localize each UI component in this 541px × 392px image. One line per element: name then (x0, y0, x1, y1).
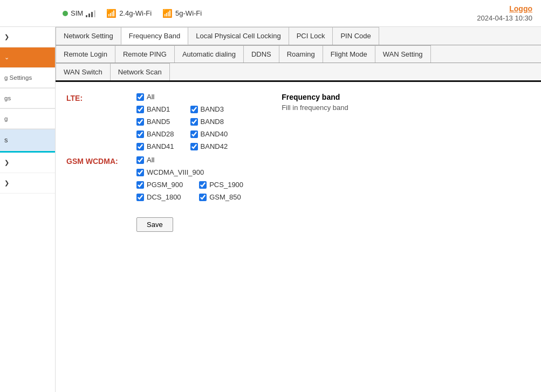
sim-label: SIM (71, 9, 83, 17)
datetime: 2024-04-13 10:30 (477, 14, 532, 22)
content-body: LTE: All BAND1 (56, 82, 541, 392)
gsm850-checkbox[interactable] (199, 194, 207, 201)
tab-wan-switch[interactable]: WAN Switch (56, 63, 111, 80)
chevron-down-icon: ⌄ (4, 54, 9, 61)
band1-checkbox[interactable] (136, 106, 144, 113)
band40-item: BAND40 (190, 130, 228, 138)
band8-checkbox[interactable] (190, 118, 198, 126)
tab-row-1: Network Setting Frequency Band Local Phy… (56, 27, 541, 45)
band3-checkbox[interactable] (190, 106, 198, 113)
wcdma-viii-checkbox[interactable] (136, 169, 144, 176)
bar4 (94, 10, 95, 17)
pgsm-label: PGSM_900 (147, 181, 183, 189)
gsm-row1: PGSM_900 PCS_1900 DCS_1800 GSM_850 (136, 181, 243, 201)
top-bar-right: Loggo 2024-04-13 10:30 (477, 4, 532, 22)
pcs-item: PCS_1900 (199, 181, 243, 189)
sidebar: ❯ ⌄ g Settings gs g s ❯ ❯ (0, 27, 56, 392)
band41-checkbox[interactable] (136, 143, 144, 150)
gsm-all-item: All (136, 156, 243, 164)
lte-band-grid: BAND1 BAND3 BAND5 (136, 105, 228, 150)
band42-item: BAND42 (190, 142, 228, 150)
tab-remote-ping[interactable]: Remote PING (115, 45, 175, 63)
band8-item: BAND8 (190, 118, 228, 126)
sidebar-label-gs: gs (4, 95, 11, 101)
sidebar-item-gs: gs (0, 88, 55, 108)
sidebar-item-active[interactable]: ⌄ (0, 47, 55, 68)
band42-checkbox[interactable] (190, 143, 198, 150)
band42-label: BAND42 (201, 142, 228, 150)
signal-bars (86, 10, 95, 17)
tab-row-3: WAN Switch Network Scan (56, 63, 541, 82)
wcdma-viii-item: WCDMA_VIII_900 (136, 168, 243, 176)
wifi24-label: 2.4g-Wi-Fi (119, 9, 152, 17)
tab-pin-code[interactable]: PIN Code (332, 27, 379, 45)
gsm-checkboxes: All WCDMA_VIII_900 PGSM_900 (136, 156, 243, 201)
band5-item: BAND5 (136, 118, 174, 126)
pcs-checkbox[interactable] (199, 181, 207, 189)
band28-item: BAND28 (136, 130, 174, 138)
gsm-label: GSM WCDMA: (66, 156, 126, 201)
bar2 (88, 13, 90, 17)
sidebar-label-g: g (4, 115, 8, 122)
band41-item: BAND41 (136, 142, 174, 150)
dcs-checkbox[interactable] (136, 194, 144, 201)
tab-frequency-band[interactable]: Frequency Band (121, 27, 188, 45)
save-button[interactable]: Save (136, 217, 173, 232)
gsm-all-checkbox[interactable] (136, 156, 144, 164)
tab-automatic-dialing[interactable]: Automatic dialing (174, 45, 244, 63)
pcs-label: PCS_1900 (209, 181, 243, 189)
frequency-info: Frequency band Fill in frequency band (282, 93, 348, 112)
wcdma-viii-label: WCDMA_VIII_900 (147, 168, 204, 176)
tab-pci-lock[interactable]: PCI Lock (289, 27, 333, 45)
band3-label: BAND3 (201, 105, 224, 113)
wifi5-icon: 📶 (162, 9, 173, 18)
bar3 (91, 12, 93, 17)
main-layout: ❯ ⌄ g Settings gs g s ❯ ❯ N (0, 27, 541, 392)
wifi5-label: 5g-Wi-Fi (175, 9, 202, 17)
band3-item: BAND3 (190, 105, 228, 113)
dcs-label: DCS_1800 (147, 193, 181, 201)
pgsm-checkbox[interactable] (136, 181, 144, 189)
gsm-all-label: All (147, 156, 154, 164)
band8-label: BAND8 (201, 118, 224, 126)
tab-local-physical[interactable]: Local Physical Cell Locking (188, 27, 289, 45)
lte-all-label: All (147, 93, 154, 101)
gsm850-label: GSM_850 (209, 193, 241, 201)
lte-checkboxes-wrapper: LTE: All BAND1 (66, 93, 228, 150)
band41-label: BAND41 (147, 142, 174, 150)
top-bar: SIM 📶 2.4g-Wi-Fi 📶 5g-Wi-Fi Loggo 2024-0… (0, 0, 541, 27)
wifi24-icon: 📶 (106, 9, 117, 18)
pgsm-item: PGSM_900 (136, 181, 183, 189)
save-area: Save (136, 212, 530, 232)
lte-label: LTE: (66, 93, 126, 150)
tab-flight-mode[interactable]: Flight Mode (323, 45, 375, 63)
gsm850-item: GSM_850 (199, 193, 243, 201)
chevron-right-icon-2: ❯ (4, 159, 9, 166)
sim-dot (63, 11, 68, 16)
tab-roaming[interactable]: Roaming (279, 45, 323, 63)
sidebar-item-g-settings: g Settings (0, 68, 55, 88)
band5-label: BAND5 (147, 118, 170, 126)
tab-remote-login[interactable]: Remote Login (56, 45, 115, 63)
sidebar-item-highlight[interactable]: s (0, 129, 55, 151)
band40-checkbox[interactable] (190, 130, 198, 138)
tab-network-setting[interactable]: Network Setting (56, 27, 121, 45)
lte-all-checkbox-item: All (136, 93, 228, 101)
sidebar-item-expand2[interactable]: ❯ (0, 153, 55, 173)
band28-checkbox[interactable] (136, 130, 144, 138)
dcs-item: DCS_1800 (136, 193, 183, 201)
lte-all-checkbox[interactable] (136, 93, 144, 101)
lte-checkboxes: All BAND1 BAND3 (136, 93, 228, 150)
wifi24-status: 📶 2.4g-Wi-Fi (106, 9, 152, 18)
sidebar-item-1[interactable]: ❯ (0, 27, 55, 47)
sidebar-label-s: s (4, 136, 8, 144)
tab-wan-setting[interactable]: WAN Setting (375, 45, 431, 63)
tab-network-scan[interactable]: Network Scan (110, 63, 170, 80)
status-indicators: SIM 📶 2.4g-Wi-Fi 📶 5g-Wi-Fi (63, 9, 202, 18)
tab-ddns[interactable]: DDNS (243, 45, 279, 63)
chevron-right-icon-3: ❯ (4, 180, 9, 187)
band5-checkbox[interactable] (136, 118, 144, 126)
chevron-right-icon: ❯ (4, 33, 9, 40)
logout-link[interactable]: Loggo (509, 4, 532, 13)
sidebar-item-expand3[interactable]: ❯ (0, 173, 55, 194)
